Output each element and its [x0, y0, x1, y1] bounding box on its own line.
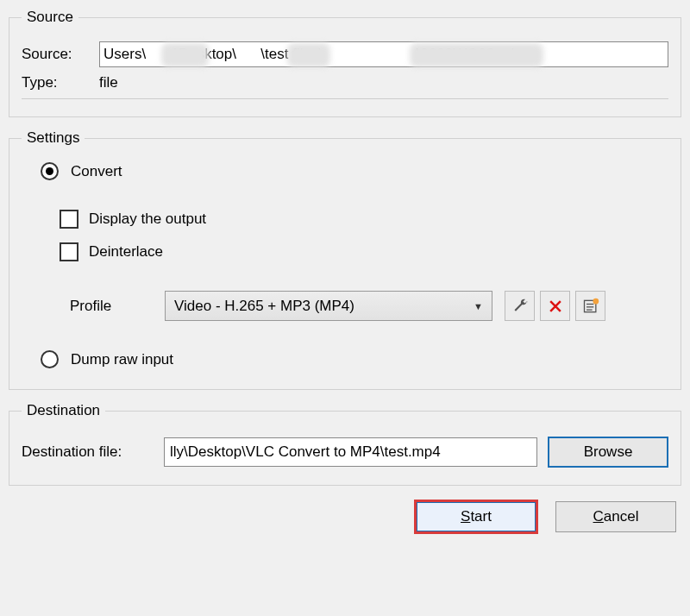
profile-label: Profile [70, 298, 165, 315]
type-label: Type: [22, 74, 99, 91]
source-group: Source Source: Type: file [9, 9, 681, 117]
destination-group: Destination Destination file: Browse [9, 402, 681, 486]
dump-raw-radio-label: Dump raw input [71, 351, 173, 368]
destination-row: Destination file: Browse [22, 437, 668, 468]
dump-raw-radio[interactable] [41, 350, 59, 368]
convert-radio-label: Convert [71, 163, 122, 180]
start-button-label: Start [461, 508, 492, 525]
dump-raw-radio-row[interactable]: Dump raw input [41, 350, 173, 368]
profile-row: Profile Video - H.265 + MP3 (MP4) ▼ [70, 291, 668, 321]
settings-legend: Settings [22, 129, 85, 147]
list-new-icon [582, 298, 599, 315]
display-output-label: Display the output [89, 211, 206, 228]
convert-radio-row[interactable]: Convert [41, 162, 122, 180]
cancel-button[interactable]: Cancel [555, 501, 676, 532]
source-row: Source: [22, 41, 668, 67]
new-profile-button[interactable] [575, 291, 605, 321]
dialog-button-row: Start Cancel [9, 498, 681, 532]
display-output-row[interactable]: Display the output [60, 210, 206, 229]
cancel-button-label: Cancel [593, 508, 639, 525]
convert-radio[interactable] [41, 162, 59, 180]
settings-group: Settings Convert Display the output Dein… [9, 129, 681, 390]
start-button[interactable]: Start [416, 501, 536, 532]
deinterlace-row[interactable]: Deinterlace [60, 242, 163, 261]
destination-label: Destination file: [22, 443, 164, 461]
close-icon [547, 298, 564, 315]
display-output-checkbox[interactable] [60, 210, 78, 229]
source-path-input[interactable] [99, 41, 668, 67]
source-legend: Source [22, 9, 78, 26]
destination-legend: Destination [22, 402, 105, 419]
browse-button-label: Browse [584, 443, 633, 460]
edit-profile-button[interactable] [505, 291, 535, 321]
browse-button[interactable]: Browse [548, 437, 668, 468]
deinterlace-label: Deinterlace [89, 243, 163, 261]
delete-profile-button[interactable] [540, 291, 570, 321]
type-row: Type: file [22, 74, 668, 99]
profile-select[interactable]: Video - H.265 + MP3 (MP4) ▼ [165, 291, 492, 321]
wrench-icon [511, 298, 529, 315]
type-value: file [99, 74, 118, 91]
profile-selected-value: Video - H.265 + MP3 (MP4) [174, 298, 354, 315]
chevron-down-icon: ▼ [474, 301, 483, 311]
deinterlace-checkbox[interactable] [60, 242, 78, 261]
svg-point-4 [593, 298, 599, 304]
source-label: Source: [22, 46, 99, 63]
destination-file-input[interactable] [164, 437, 537, 467]
